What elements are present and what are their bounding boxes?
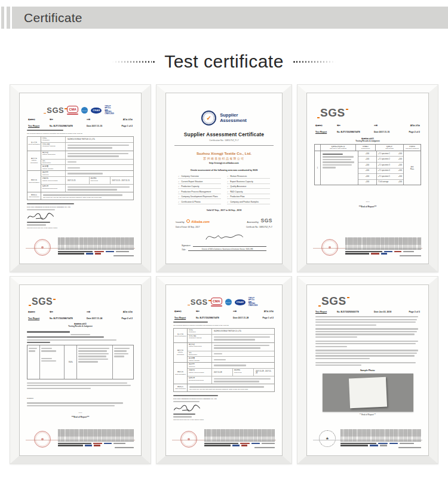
certificate-paper: SGS CMA ilac-MRA CNAS 中国认可国际互认 检测TESTING… <box>19 93 142 264</box>
certificate-frame: SGS 检测报告编号 日期第2页 共2页 Test ReportNo. BJT1… <box>10 277 151 464</box>
certificate-frame: ✓ SupplierAssessment Supplier Assessment… <box>157 85 291 272</box>
stamp-row <box>172 429 276 451</box>
dot-left <box>153 61 155 63</box>
report-header-en: Test ReportNo. BJT17202986704T8 Date 201… <box>173 317 275 320</box>
issued-assessed-row: Issued by:Alibaba.com Assessed by:SGS <box>176 218 272 223</box>
sgs-logo: SGS <box>191 298 208 307</box>
logo-row: SGS CMA ilac-MRA CNAS 中国认可国际互认 检测TESTING… <box>27 106 134 115</box>
issue-date-row: Date of Issue: 06 Sep., 2017Certificate … <box>176 226 272 228</box>
red-round-stamp <box>180 431 197 448</box>
certificate-paper: ✓ SupplierAssessment Supplier Assessment… <box>165 93 283 264</box>
stamp-row <box>26 237 135 259</box>
certificate-test-report-p1-b: SGS CMA ilac-MRA CNAS 中国认可国际互认 检测TESTING… <box>157 277 291 464</box>
cma-logo: CMA <box>67 106 78 115</box>
certificate-paper: SGS Test ReportNo. BJ17202926001T8 Date … <box>306 284 429 456</box>
certificate-frame: SGS 检测报告编号 日期第2页 共2页 Test ReportNo. BJT1… <box>297 85 438 272</box>
sample-photo <box>323 373 413 412</box>
header-accent-bar-2 <box>7 7 10 29</box>
company-url: http://xiongji.en.alibaba.com <box>173 162 275 164</box>
sgs-logo: SGS <box>320 106 345 120</box>
badge-text: SupplierAssessment <box>220 113 247 123</box>
signature-scribble <box>173 230 275 242</box>
certificate-supplier-assessment: ✓ SupplierAssessment Supplier Assessment… <box>157 85 291 272</box>
method-text-block <box>27 331 134 343</box>
signer-name-lines: This test report valid only to the sampl… <box>173 414 275 421</box>
signature-scribble <box>27 212 54 221</box>
cnas-logo: CNAS <box>235 299 246 306</box>
gray-round-stamp: ★ <box>319 430 336 447</box>
fine-print-block <box>345 237 421 256</box>
remarks-block: Remarks: <box>27 382 134 406</box>
report-header-cn: 检测报告编号 日期第2页 共2页 <box>314 125 421 127</box>
badge-check-icon: ✓ <box>201 111 216 125</box>
fabric-sample <box>348 377 386 409</box>
laboratory-block: SGS-CSTC Standards Technical Services (S… <box>173 395 275 402</box>
company-name-en: Suzhou Xiongji Textile Co., Ltd. <box>173 151 275 155</box>
certificate-paper: SGS 检测报告编号 日期第2页 共2页 Test ReportNo. BJT1… <box>306 93 429 264</box>
sgs-assessor-logo: SGS <box>261 218 272 223</box>
red-round-stamp <box>34 431 51 448</box>
sgs-logo: SGS <box>321 295 346 308</box>
cnas-accreditation-text: 中国认可国际互认 检测TESTING CNAS L2929 <box>105 106 113 115</box>
certificate-test-report-p2: SGS 检测报告编号 日期第2页 共2页 Test ReportNo. BJT1… <box>297 85 438 272</box>
signature-scribble <box>173 404 201 412</box>
seventy-percent-value: 70% <box>65 345 77 379</box>
report-header-en: Test ReportNo. BJT17202986704T8 Date 201… <box>27 125 134 128</box>
report-info-table: 客户信息Client Information 委托方Consignee SUZH… <box>173 328 275 392</box>
certificate-test-report-p3: SGS Test ReportNo. BJ17202926001T8 Date … <box>297 277 438 464</box>
certificate-paper: SGS CMA ilac-MRA CNAS 中国认可国际互认 检测TESTING… <box>165 284 283 456</box>
report-header-cn: 检测报告编号 日期第1页 共2页 <box>173 311 275 313</box>
cma-logo: CMA <box>211 298 222 307</box>
company-name-cn: 苏州雄基纺织品有限公司 <box>173 157 275 160</box>
supplier-assessment-badge: ✓ SupplierAssessment <box>173 111 275 125</box>
dotted-line-right <box>296 61 336 63</box>
sgs-logo: SGS <box>47 106 64 115</box>
ilac-mra-logo: ilac-MRA <box>81 107 88 114</box>
certificate-frame: SGS Test ReportNo. BJ17202926001T8 Date … <box>297 277 438 464</box>
end-of-report: * * * ***End of Report*** <box>27 412 134 419</box>
certificate-frame: SGS CMA ilac-MRA CNAS 中国认可国际互认 检测TESTING… <box>157 277 291 464</box>
test-item-cell <box>321 151 358 185</box>
dotted-line-left <box>112 61 152 63</box>
fine-print-block <box>204 429 275 448</box>
stamp-row <box>313 237 422 259</box>
report-header-en: Test ReportNo. BJT17202986704T8 Date 201… <box>27 317 134 320</box>
red-round-stamp <box>34 239 51 256</box>
signer-name-lines: This test report valid only to the sampl… <box>27 222 134 229</box>
logo-row: SGS <box>321 295 421 308</box>
fine-print-block <box>58 429 134 448</box>
onsite-statement: Onsite assessment of the following area … <box>173 169 275 172</box>
logo-row: SGS CMA ilac-MRA CNAS 中国认可国际互认 检测TESTING… <box>173 298 275 307</box>
logo-row: SGS <box>32 296 134 307</box>
result-mini-table: 70% <box>27 345 134 379</box>
assessment-checklist: ✓Company Overview ✓Human Resources ✓Curr… <box>178 175 270 204</box>
certificate-title: Supplier Assessment Certificate <box>173 131 275 137</box>
section-header: Certificate <box>12 7 448 29</box>
report-header-en: Test ReportNo. BJT17202986704T8 Date 201… <box>314 131 421 134</box>
report-header-cn: 检测报告编号 日期第1页 共2页 <box>27 119 134 121</box>
cnas-accreditation-text: 中国认可国际互认 检测TESTING CNAS L2929 <box>248 298 257 307</box>
end-of-report: ** End of Report ** <box>314 414 421 417</box>
sample-photo-label: Sample Photo: <box>314 369 421 372</box>
report-header-en: Test ReportNo. BJ17202926001T8 Date Jan … <box>314 311 421 314</box>
results-table: 检测项目及检测方法Test Item & Test Methods 技术要求Re… <box>314 144 421 185</box>
results-table-title: 检测结果及判定 Testing Results & Judgment <box>314 138 421 143</box>
page-title: Test certificate <box>164 51 284 72</box>
star-icon: ★ <box>326 436 329 441</box>
title-line: Title:Director of SGS eCommerce, Governa… <box>182 249 266 252</box>
stamp-row: ★ <box>313 429 422 451</box>
sgs-logo: SGS <box>32 296 53 307</box>
laboratory-block: SGS-CSTC Standards Technical Services (S… <box>27 203 134 210</box>
certificate-test-report-p1: SGS CMA ilac-MRA CNAS 中国认可国际互认 检测TESTING… <box>10 85 151 272</box>
report-header-cn: 检测报告编号 日期第2页 共2页 <box>27 311 134 314</box>
logo-row: SGS <box>320 106 421 120</box>
fine-print-block <box>340 429 421 448</box>
body-paragraphs <box>314 316 421 366</box>
fine-print-block <box>58 237 134 256</box>
end-of-report: * * * ***End of Report*** <box>314 201 421 209</box>
signature-line: Signature: <box>182 244 266 247</box>
divider <box>174 145 274 146</box>
intro-text: The following sample(s) was/were submitt… <box>173 321 275 326</box>
alibaba-logo: Alibaba.com <box>186 219 209 223</box>
stamp-row <box>26 429 135 451</box>
